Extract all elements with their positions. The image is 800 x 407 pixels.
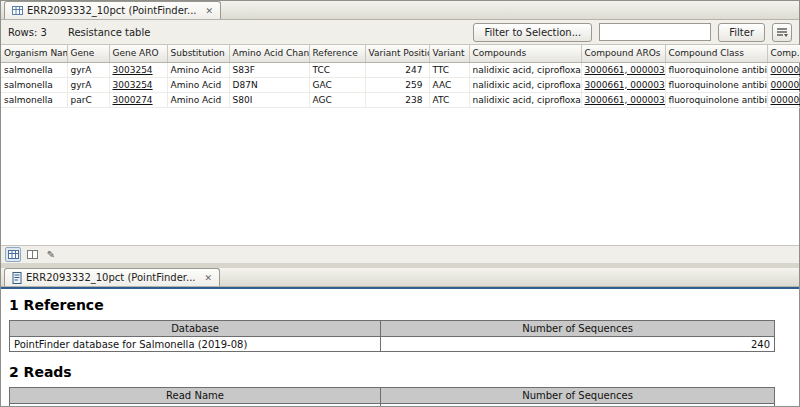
column-header: Database	[10, 321, 381, 337]
view-mode-bar: ✎	[1, 245, 799, 263]
table-row[interactable]: salmonella parC 3000274 Amino Acid S80I …	[1, 92, 800, 107]
compound-aro-link[interactable]: 3000661, 0000036	[581, 62, 665, 77]
table-cell[interactable]: GAC	[309, 77, 365, 92]
reads-table: Read Name Number of Sequences ERR2093332…	[9, 387, 775, 406]
filter-button[interactable]: Filter	[718, 23, 765, 42]
column-header[interactable]: Compounds	[469, 45, 581, 62]
notes-view-button[interactable]: ✎	[43, 247, 59, 262]
section-heading-reference: 1 Reference	[9, 297, 775, 313]
bottom-tab-strip: ERR2093332_10pct (PointFinder... ✕	[1, 268, 799, 287]
table-cell[interactable]: TTC	[429, 62, 469, 77]
table-cell[interactable]: salmonella	[1, 77, 67, 92]
table-cell[interactable]: nalidixic acid, ciprofloxacin	[469, 92, 581, 107]
filter-to-selection-button[interactable]: Filter to Selection...	[473, 23, 592, 42]
compound-class-aro-link[interactable]: 0000001	[767, 77, 800, 92]
table-cell[interactable]: Amino Acid	[167, 92, 229, 107]
table-row[interactable]: salmonella gyrA 3003254 Amino Acid S83F …	[1, 62, 800, 77]
table-cell[interactable]: AAC	[429, 77, 469, 92]
table-cell[interactable]: S83F	[229, 62, 309, 77]
application-window: ERR2093332_10pct (PointFinder... ✕ Rows:…	[0, 0, 800, 407]
table-cell: PointFinder database for Salmonella (201…	[10, 337, 381, 352]
column-header[interactable]: Compound AROs	[581, 45, 665, 62]
table-header-row: Organism Name Gene Gene ARO Substitution…	[1, 45, 800, 62]
compound-class-aro-link[interactable]: 0000001	[767, 92, 800, 107]
table-row: PointFinder database for Salmonella (201…	[10, 337, 775, 352]
rows-count-label: Rows: 3	[8, 27, 47, 38]
column-header[interactable]: Gene	[67, 45, 109, 62]
column-header: Number of Sequences	[381, 321, 775, 337]
column-header[interactable]: Variant Position	[365, 45, 429, 62]
column-header[interactable]: Reference	[309, 45, 365, 62]
tab-label: ERR2093332_10pct (PointFinder...	[26, 272, 196, 283]
column-header[interactable]: Organism Name	[1, 45, 67, 62]
table-icon	[12, 5, 23, 16]
table-cell: ERR2093332_10pct	[10, 404, 381, 406]
column-header[interactable]: Amino Acid Change	[229, 45, 309, 62]
table-title: Resistance table	[68, 27, 150, 38]
table-view-icon	[8, 249, 19, 260]
report-content: 1 Reference Database Number of Sequences…	[1, 289, 799, 406]
table-cell[interactable]: D87N	[229, 77, 309, 92]
tab-label: ERR2093332_10pct (PointFinder...	[27, 5, 197, 16]
gene-aro-link[interactable]: 3000274	[109, 92, 167, 107]
table-row: ERR2093332_10pct 197,028	[10, 404, 775, 406]
table-cell[interactable]: Amino Acid	[167, 77, 229, 92]
table-cell: 197,028	[381, 404, 775, 406]
table-cell[interactable]: fluoroquinolone antibiotic	[665, 77, 767, 92]
column-header[interactable]: Substitution	[167, 45, 229, 62]
top-tab-strip: ERR2093332_10pct (PointFinder... ✕	[1, 1, 799, 20]
resistance-table: Organism Name Gene Gene ARO Substitution…	[1, 45, 799, 108]
column-header[interactable]: Comp...	[767, 45, 800, 62]
table-cell[interactable]: Amino Acid	[167, 62, 229, 77]
filter-input[interactable]	[599, 23, 711, 41]
table-cell[interactable]: AGC	[309, 92, 365, 107]
compound-aro-link[interactable]: 3000661, 0000036	[581, 92, 665, 107]
tab-report[interactable]: ERR2093332_10pct (PointFinder... ✕	[4, 268, 220, 286]
table-cell[interactable]: TCC	[309, 62, 365, 77]
table-cell[interactable]: gyrA	[67, 62, 109, 77]
tab-close-icon[interactable]: ✕	[205, 273, 213, 283]
table-cell[interactable]: fluoroquinolone antibiotic	[665, 92, 767, 107]
split-view-button[interactable]	[24, 247, 40, 262]
column-header[interactable]: Compound Class	[665, 45, 767, 62]
column-header: Read Name	[10, 388, 381, 404]
section-heading-reads: 2 Reads	[9, 364, 775, 380]
compound-aro-link[interactable]: 3000661, 0000036	[581, 77, 665, 92]
table-cell[interactable]: parC	[67, 92, 109, 107]
table-cell[interactable]: 238	[365, 92, 429, 107]
table-cell: 240	[381, 337, 775, 352]
gene-aro-link[interactable]: 3003254	[109, 62, 167, 77]
tab-close-icon[interactable]: ✕	[206, 6, 214, 16]
table-cell[interactable]: nalidixic acid, ciprofloxacin	[469, 62, 581, 77]
table-cell[interactable]: S80I	[229, 92, 309, 107]
table-cell[interactable]: salmonella	[1, 62, 67, 77]
table-view-button[interactable]	[5, 247, 21, 262]
table-cell[interactable]: ATC	[429, 92, 469, 107]
report-view: ERR2093332_10pct (PointFinder... ✕ 1 Ref…	[1, 268, 799, 406]
tab-resistance-table[interactable]: ERR2093332_10pct (PointFinder... ✕	[4, 1, 221, 19]
report-icon	[12, 272, 22, 284]
filter-options-icon[interactable]	[772, 23, 792, 42]
column-header[interactable]: Gene ARO	[109, 45, 167, 62]
table-cell[interactable]: nalidixic acid, ciprofloxacin	[469, 77, 581, 92]
table-cell[interactable]: fluoroquinolone antibiotic	[665, 62, 767, 77]
reference-table: Database Number of Sequences PointFinder…	[9, 320, 775, 352]
table-cell[interactable]: salmonella	[1, 92, 67, 107]
gene-aro-link[interactable]: 3003254	[109, 77, 167, 92]
table-cell[interactable]: gyrA	[67, 77, 109, 92]
column-header[interactable]: Variant	[429, 45, 469, 62]
split-view-icon	[27, 249, 38, 260]
compound-class-aro-link[interactable]: 0000001	[767, 62, 800, 77]
table-cell[interactable]: 247	[365, 62, 429, 77]
table-row[interactable]: salmonella gyrA 3003254 Amino Acid D87N …	[1, 77, 800, 92]
table-toolbar: Rows: 3 Resistance table Filter to Selec…	[1, 20, 799, 45]
table-cell[interactable]: 259	[365, 77, 429, 92]
column-header: Number of Sequences	[381, 388, 775, 404]
table-empty-area	[1, 108, 799, 246]
